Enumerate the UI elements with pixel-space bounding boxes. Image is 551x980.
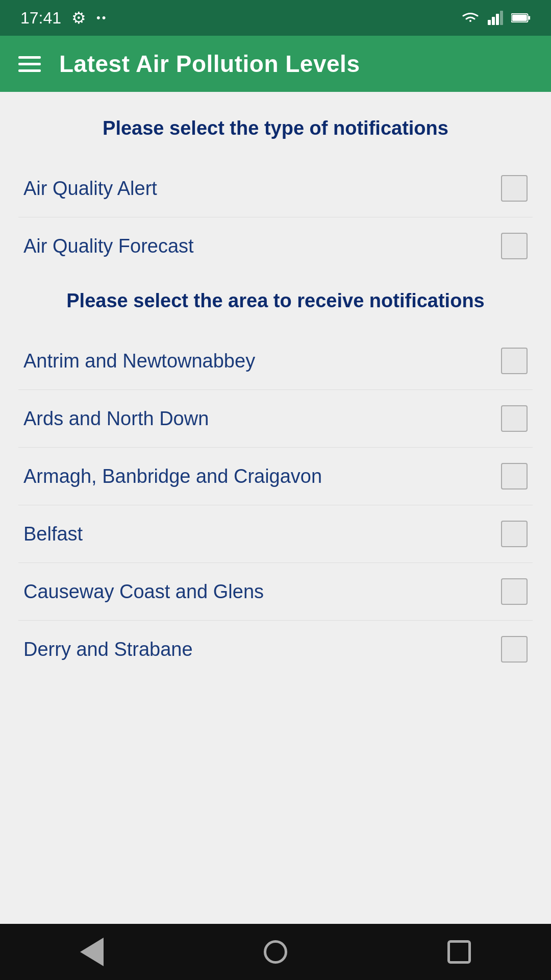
- settings-icon: ⚙: [71, 8, 86, 28]
- checkbox-row-belfast: Belfast: [18, 505, 533, 563]
- svg-rect-2: [496, 14, 499, 25]
- causeway-label: Causeway Coast and Glens: [23, 581, 264, 603]
- nav-recent-icon: [447, 940, 471, 964]
- hamburger-line-1: [18, 56, 41, 59]
- checkbox-row-antrim: Antrim and Newtownabbey: [18, 332, 533, 390]
- nav-bar: [0, 924, 551, 980]
- wifi-icon: [461, 11, 480, 25]
- ards-label: Ards and North Down: [23, 408, 209, 430]
- antrim-label: Antrim and Newtownabbey: [23, 350, 255, 372]
- checkbox-row-air-quality-forecast: Air Quality Forecast: [18, 217, 533, 275]
- ards-checkbox[interactable]: [501, 405, 528, 432]
- checkbox-row-armagh: Armagh, Banbridge and Craigavon: [18, 448, 533, 505]
- nav-back-button[interactable]: [60, 927, 124, 976]
- belfast-checkbox[interactable]: [501, 521, 528, 547]
- area-section: Please select the area to receive notifi…: [18, 290, 533, 678]
- nav-back-icon: [80, 938, 104, 966]
- causeway-checkbox[interactable]: [501, 578, 528, 605]
- hamburger-line-2: [18, 63, 41, 65]
- svg-rect-3: [500, 11, 503, 25]
- air-quality-alert-checkbox[interactable]: [501, 175, 528, 202]
- status-bar: 17:41 ⚙ ••: [0, 0, 551, 36]
- area-heading: Please select the area to receive notifi…: [18, 290, 533, 312]
- notification-type-heading: Please select the type of notifications: [18, 117, 533, 139]
- air-quality-forecast-checkbox[interactable]: [501, 233, 528, 259]
- checkbox-row-derry: Derry and Strabane: [18, 621, 533, 678]
- nav-home-button[interactable]: [243, 930, 308, 974]
- checkbox-row-air-quality-alert: Air Quality Alert: [18, 160, 533, 217]
- air-quality-alert-label: Air Quality Alert: [23, 178, 157, 200]
- menu-button[interactable]: [18, 56, 41, 72]
- battery-icon: [511, 12, 531, 24]
- app-bar-title: Latest Air Pollution Levels: [59, 50, 360, 78]
- dots-icon: ••: [96, 11, 107, 24]
- checkbox-row-ards: Ards and North Down: [18, 390, 533, 448]
- belfast-label: Belfast: [23, 523, 83, 545]
- nav-recent-button[interactable]: [427, 930, 491, 974]
- hamburger-line-3: [18, 69, 41, 72]
- checkbox-row-causeway: Causeway Coast and Glens: [18, 563, 533, 621]
- svg-rect-6: [512, 15, 527, 21]
- clock-display: 17:41: [20, 9, 61, 28]
- status-bar-left: 17:41 ⚙ ••: [20, 8, 107, 28]
- svg-rect-1: [492, 17, 495, 25]
- main-content: Please select the type of notifications …: [0, 92, 551, 924]
- armagh-label: Armagh, Banbridge and Craigavon: [23, 465, 322, 487]
- notification-type-section: Please select the type of notifications …: [18, 117, 533, 275]
- nav-home-icon: [264, 940, 287, 964]
- svg-rect-5: [528, 16, 530, 19]
- antrim-checkbox[interactable]: [501, 348, 528, 374]
- signal-icon: [488, 11, 503, 25]
- status-bar-right: [461, 11, 531, 25]
- armagh-checkbox[interactable]: [501, 463, 528, 489]
- app-bar: Latest Air Pollution Levels: [0, 36, 551, 92]
- air-quality-forecast-label: Air Quality Forecast: [23, 235, 194, 257]
- svg-rect-0: [488, 20, 491, 25]
- derry-checkbox[interactable]: [501, 636, 528, 663]
- derry-label: Derry and Strabane: [23, 639, 193, 660]
